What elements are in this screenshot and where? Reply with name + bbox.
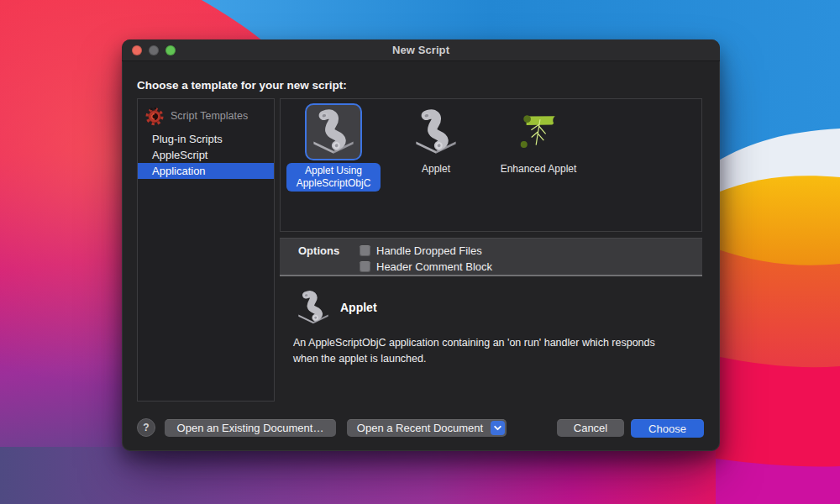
sidebar-header-label: Script Templates bbox=[171, 110, 248, 122]
close-button[interactable] bbox=[132, 45, 142, 55]
description-title: Applet bbox=[340, 301, 377, 314]
sidebar-item-applescript[interactable]: AppleScript bbox=[138, 147, 274, 163]
chevron-down-icon bbox=[491, 421, 505, 435]
checkbox-label: Handle Dropped Files bbox=[376, 244, 482, 257]
script-debugger-gear-icon bbox=[144, 106, 165, 126]
template-label: Applet bbox=[422, 163, 450, 176]
applescript-applet-icon bbox=[296, 290, 331, 325]
template-tile bbox=[510, 103, 567, 160]
new-script-dialog: New Script Choose a template for your ne… bbox=[122, 39, 720, 451]
checkbox-icon bbox=[360, 245, 370, 256]
minimize-button[interactable] bbox=[149, 45, 159, 55]
template-label: Applet Using AppleScriptObjC bbox=[286, 163, 381, 192]
applescript-applet-icon bbox=[310, 108, 357, 155]
description-text: An AppleScriptObjC application containin… bbox=[293, 335, 675, 368]
template-applet[interactable]: Applet bbox=[387, 103, 485, 176]
template-tile bbox=[407, 103, 465, 160]
checkbox-icon bbox=[360, 261, 370, 272]
choose-button[interactable]: Choose bbox=[631, 419, 704, 438]
template-label: Enhanced Applet bbox=[501, 163, 577, 176]
help-button[interactable]: ? bbox=[137, 418, 155, 437]
title-bar: New Script bbox=[122, 39, 720, 61]
dialog-heading: Choose a template for your new script: bbox=[137, 79, 347, 92]
template-enhanced-applet[interactable]: Enhanced Applet bbox=[490, 103, 587, 176]
sidebar-item-plugin-scripts[interactable]: Plug-in Scripts bbox=[138, 131, 274, 147]
sidebar-header: Script Templates bbox=[138, 99, 274, 128]
dropdown-label: Open a Recent Document bbox=[357, 422, 483, 434]
options-label: Options bbox=[280, 244, 360, 258]
window-title: New Script bbox=[392, 44, 449, 56]
open-recent-document-dropdown[interactable]: Open a Recent Document bbox=[347, 419, 507, 437]
open-existing-document-button[interactable]: Open an Existing Document… bbox=[165, 419, 336, 437]
zoom-button[interactable] bbox=[165, 45, 176, 55]
applescript-applet-icon bbox=[412, 108, 459, 155]
enhanced-applet-icon bbox=[515, 108, 562, 155]
checkbox-handle-dropped-files[interactable]: Handle Dropped Files bbox=[360, 244, 492, 258]
checkbox-label: Header Comment Block bbox=[376, 260, 492, 273]
template-applet-using-applescriptobjc[interactable]: Applet Using AppleScriptObjC bbox=[285, 103, 382, 192]
options-section: Options Handle Dropped Files Header Comm… bbox=[280, 238, 702, 276]
footer-bar: ? Open an Existing Document… Open a Rece… bbox=[122, 417, 720, 439]
template-tile bbox=[305, 103, 362, 160]
template-description: Applet An AppleScriptObjC application co… bbox=[280, 278, 702, 368]
template-category-list: Script Templates Plug-in Scripts AppleSc… bbox=[137, 98, 275, 402]
checkbox-header-comment-block[interactable]: Header Comment Block bbox=[360, 260, 492, 274]
template-grid: Applet Using AppleScriptObjC Applet Enha… bbox=[280, 98, 702, 232]
cancel-button[interactable]: Cancel bbox=[557, 419, 624, 437]
sidebar-item-application[interactable]: Application bbox=[138, 163, 274, 179]
